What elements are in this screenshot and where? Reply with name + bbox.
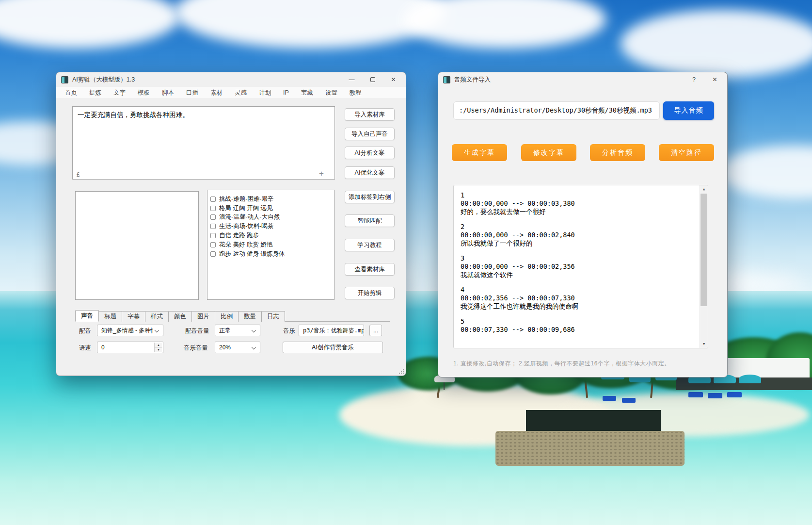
tab-log[interactable]: 日志 bbox=[261, 311, 285, 322]
subtitle-index: 4 bbox=[461, 286, 701, 294]
maximize-button[interactable] bbox=[362, 72, 383, 87]
voice-volume-select[interactable]: 正常 bbox=[215, 325, 260, 336]
cloud bbox=[621, 10, 812, 78]
scroll-down-icon[interactable]: ▼ bbox=[700, 340, 708, 348]
edit-subtitles-button[interactable]: 修改字幕 bbox=[521, 144, 576, 161]
checkbox[interactable] bbox=[210, 251, 216, 257]
subtitle-editor[interactable]: 1 00:00:00,000 --> 00:00:03,380 好的，要么我就去… bbox=[453, 185, 708, 348]
analyze-audio-button[interactable]: 分析音频 bbox=[590, 144, 645, 161]
checkbox[interactable] bbox=[210, 197, 216, 202]
tag-row[interactable]: 花朵 美好 欣赏 娇艳 bbox=[210, 240, 331, 249]
resize-grip[interactable] bbox=[398, 368, 404, 374]
subtitle-entry: 3 00:00:00,000 --> 00:00:02,356 我就就做这个软件 bbox=[461, 254, 701, 279]
subtitle-index: 1 bbox=[461, 191, 701, 199]
tab-image[interactable]: 图片 bbox=[191, 311, 215, 322]
close-button[interactable]: ✕ bbox=[704, 72, 725, 87]
speech-rate-stepper[interactable]: 0 ▲ ▼ bbox=[97, 342, 163, 353]
tab-quantity[interactable]: 数量 bbox=[238, 311, 262, 322]
menu-item-text[interactable]: 文字 bbox=[113, 89, 126, 97]
spin-up-icon[interactable]: ▲ bbox=[155, 343, 162, 348]
tab-subtitle[interactable]: 字幕 bbox=[122, 311, 145, 322]
menu-item-broadcast[interactable]: 口播 bbox=[186, 89, 198, 97]
checkbox[interactable] bbox=[210, 224, 216, 229]
font-decrease-icon[interactable]: £ bbox=[77, 171, 80, 178]
smart-match-button[interactable]: 智能匹配 bbox=[345, 214, 395, 227]
editor-titlebar[interactable]: AI剪辑（大模型版）1.3 — ✕ bbox=[56, 72, 406, 87]
font-increase-icon[interactable]: + bbox=[319, 169, 324, 179]
subtitle-time: 00:00:02,356 --> 00:00:07,330 bbox=[461, 294, 701, 302]
subtitle-time: 00:00:07,330 --> 00:00:09,686 bbox=[461, 326, 701, 334]
menu-item-inspiration[interactable]: 灵感 bbox=[235, 89, 247, 97]
menu-item-extract[interactable]: 提炼 bbox=[89, 89, 101, 97]
beach-lounger bbox=[622, 398, 636, 403]
tag-row[interactable]: 跑步 运动 健身 锻炼身体 bbox=[210, 249, 331, 259]
menu-item-home[interactable]: 首页 bbox=[65, 89, 77, 97]
music-volume-select[interactable]: 20% bbox=[215, 342, 260, 353]
tag-row[interactable]: 自信 走路 跑步 bbox=[210, 231, 331, 240]
help-button[interactable]: ? bbox=[684, 72, 704, 87]
tab-style[interactable]: 样式 bbox=[145, 311, 169, 322]
checkbox[interactable] bbox=[210, 233, 216, 238]
music-volume-value: 20% bbox=[219, 344, 231, 351]
menu-item-material[interactable]: 素材 bbox=[210, 89, 223, 97]
menu-item-ip[interactable]: IP bbox=[283, 89, 289, 96]
close-button[interactable]: ✕ bbox=[383, 72, 404, 87]
tab-color[interactable]: 颜色 bbox=[168, 311, 192, 322]
ai-optimize-script-button[interactable]: AI优化文案 bbox=[345, 166, 395, 179]
tab-title[interactable]: 标题 bbox=[98, 311, 122, 322]
subtitle-time: 00:00:00,000 --> 00:00:02,356 bbox=[461, 262, 701, 271]
editor-window-title: AI剪辑（大模型版）1.3 bbox=[72, 76, 135, 84]
ai-create-music-button[interactable]: AI创作背景音乐 bbox=[283, 342, 383, 353]
speech-rate-value: 0 bbox=[101, 344, 105, 351]
ai-analyze-script-button[interactable]: AI分析文案 bbox=[345, 147, 395, 159]
tag-row[interactable]: 生活-商场-饮料-喝茶 bbox=[210, 222, 331, 231]
voice-label: 配音 bbox=[79, 327, 91, 335]
scroll-up-icon[interactable]: ▲ bbox=[700, 185, 708, 193]
music-volume-label: 音乐音量 bbox=[184, 344, 208, 352]
generate-subtitles-button[interactable]: 生成字幕 bbox=[452, 144, 507, 161]
spin-down-icon[interactable]: ▼ bbox=[155, 348, 162, 353]
subtitle-time: 00:00:00,000 --> 00:00:02,840 bbox=[461, 231, 701, 239]
tag-label: 跑步 运动 健身 锻炼身体 bbox=[219, 250, 285, 258]
browse-music-button[interactable]: ... bbox=[369, 325, 382, 336]
clear-path-button[interactable]: 清空路径 bbox=[659, 144, 714, 161]
scrollbar-thumb[interactable] bbox=[701, 194, 707, 306]
start-editing-button[interactable]: 开始剪辑 bbox=[345, 287, 395, 299]
import-material-library-button[interactable]: 导入素材库 bbox=[345, 108, 395, 121]
selected-tags-list[interactable] bbox=[75, 191, 199, 300]
tag-label: 生活-商场-饮料-喝茶 bbox=[219, 222, 274, 230]
minimize-button[interactable]: — bbox=[341, 72, 362, 87]
menu-item-template[interactable]: 模板 bbox=[138, 89, 150, 97]
view-material-library-button[interactable]: 查看素材库 bbox=[345, 263, 395, 276]
menu-item-treasure[interactable]: 宝藏 bbox=[301, 89, 313, 97]
voice-select[interactable]: 知锋_多情感 - 多种情 bbox=[97, 325, 163, 336]
tab-ratio[interactable]: 比例 bbox=[215, 311, 239, 322]
menu-item-plan[interactable]: 计划 bbox=[259, 89, 271, 97]
checkbox[interactable] bbox=[210, 242, 216, 247]
tag-row[interactable]: 挑战-难题-困难-艰辛 bbox=[210, 195, 331, 204]
menu-item-settings[interactable]: 设置 bbox=[325, 89, 337, 97]
import-own-voice-button[interactable]: 导入自己声音 bbox=[345, 128, 395, 140]
scrollbar[interactable]: ▲ ▼ bbox=[700, 185, 708, 348]
tag-row[interactable]: 格局 辽阔 开阔 远见 bbox=[210, 204, 331, 213]
audio-titlebar[interactable]: 音频文件导入 ? ✕ bbox=[438, 72, 727, 87]
menu-item-tutorial[interactable]: 教程 bbox=[350, 89, 362, 97]
learning-tutorial-button[interactable]: 学习教程 bbox=[345, 239, 395, 251]
import-audio-button[interactable]: 导入音频 bbox=[663, 101, 714, 120]
script-text-area[interactable]: 一定要充满自信，勇敢挑战各种困难。 £ + bbox=[72, 106, 335, 180]
tab-voice[interactable]: 声音 bbox=[75, 310, 99, 322]
add-tags-to-right-button[interactable]: 添加标签到右侧 bbox=[345, 191, 395, 203]
music-path-field[interactable]: p3/音乐：优雅舞姿.mp3 bbox=[299, 325, 364, 336]
checkbox[interactable] bbox=[210, 206, 216, 211]
tag-label: 挑战-难题-困难-艰辛 bbox=[219, 195, 274, 203]
subtitle-entry: 1 00:00:00,000 --> 00:00:03,380 好的，要么我就去… bbox=[461, 191, 701, 216]
script-text: 一定要充满自信，勇敢挑战各种困难。 bbox=[78, 111, 189, 118]
editor-window: AI剪辑（大模型版）1.3 — ✕ 首页 提炼 文字 模板 脚本 口播 素材 灵… bbox=[56, 72, 406, 376]
audio-path-input[interactable]: :/Users/Administrator/Desktop/30秒音频/30秒视… bbox=[453, 101, 660, 120]
tag-row[interactable]: 浪漫-温馨-动人-大自然 bbox=[210, 213, 331, 222]
beach-lounger bbox=[708, 393, 722, 398]
menu-item-script[interactable]: 脚本 bbox=[162, 89, 174, 97]
subtitle-entry: 5 00:00:07,330 --> 00:00:09,686 bbox=[461, 317, 701, 334]
voice-volume-label: 配音音量 bbox=[185, 327, 209, 335]
checkbox[interactable] bbox=[210, 214, 216, 220]
